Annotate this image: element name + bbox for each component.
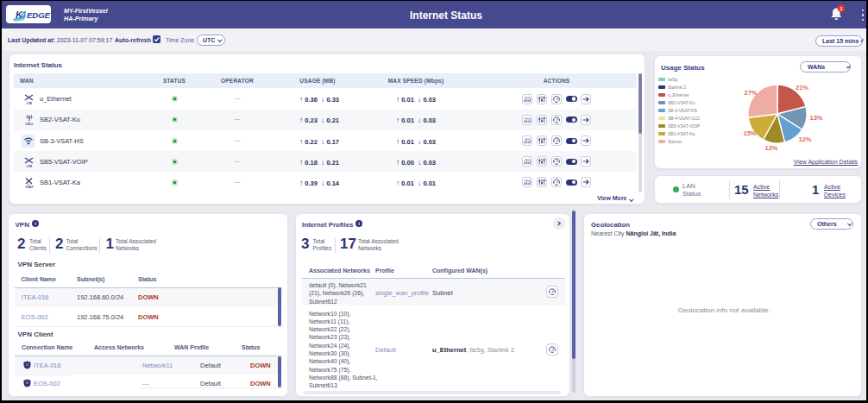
svg-text:VSAT: VSAT	[25, 185, 34, 188]
svg-text:LTE: LTE	[27, 164, 33, 167]
svg-text:LTE: LTE	[27, 102, 33, 105]
svg-text:CELL: CELL	[25, 123, 34, 126]
